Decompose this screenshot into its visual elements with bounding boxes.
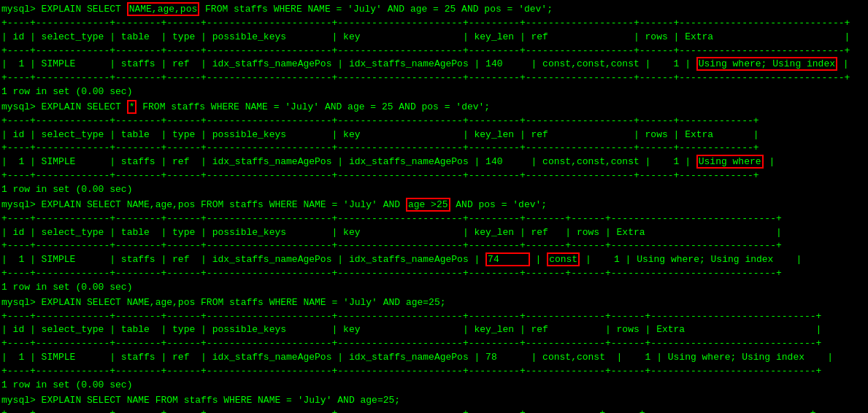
data-row-1: | 1 | SIMPLE | staffs | ref | idx_staffs…	[1, 58, 867, 72]
extra-highlight-1: Using where; Using index	[696, 57, 837, 71]
sep-top-1: +----+-------------+--------+------+----…	[1, 17, 867, 31]
query-block-2: mysql> EXPLAIN SELECT * FROM staffs WHER…	[1, 101, 867, 197]
query-block-3: mysql> EXPLAIN SELECT NAME,age,pos FROM …	[1, 198, 867, 295]
query-line-2: mysql> EXPLAIN SELECT * FROM staffs WHER…	[1, 101, 867, 115]
extra-highlight-2: Using where	[696, 155, 764, 169]
data-row-4: | 1 | SIMPLE | staffs | ref | idx_staffs…	[1, 351, 867, 365]
sep-bot-1: +----+-------------+--------+------+----…	[1, 72, 867, 85]
header-3: | id | select_type | table | type | poss…	[1, 226, 867, 240]
sep-bot-4: +----+-------------+--------+------+----…	[1, 365, 867, 379]
sep-mid-3: +----+-------------+--------+------+----…	[1, 239, 867, 253]
sep-bot-3: +----+-------------+--------+------+----…	[1, 267, 867, 281]
query-block-5: mysql> EXPLAIN SELECT NAME FROM staffs W…	[1, 394, 867, 413]
sep-mid-4: +----+-------------+--------+------+----…	[1, 337, 867, 351]
prompt-text-1: mysql> EXPLAIN SELECT	[1, 4, 127, 15]
data-row-2: | 1 | SIMPLE | staffs | ref | idx_staffs…	[1, 155, 867, 169]
header-1: | id | select_type | table | type | poss…	[1, 31, 867, 45]
sep-bot-2: +----+-------------+--------+------+----…	[1, 169, 867, 183]
highlight-ref-const: const	[547, 252, 580, 266]
query-block-4: mysql> EXPLAIN SELECT NAME,age,pos FROM …	[1, 296, 867, 393]
query-rest-3: AND pos = 'dev';	[450, 199, 548, 210]
prompt-text-3: mysql> EXPLAIN SELECT NAME,age,pos FROM …	[1, 199, 406, 210]
header-2: | id | select_type | table | type | poss…	[1, 128, 867, 142]
query-line-1: mysql> EXPLAIN SELECT NAME,age,pos FROM …	[1, 3, 867, 17]
sep-top-5: +----+-------------+--------+------+----…	[1, 407, 867, 413]
query-line-4: mysql> EXPLAIN SELECT NAME,age,pos FROM …	[1, 296, 867, 310]
result-1: 1 row in set (0.00 sec)	[1, 85, 867, 99]
result-2: 1 row in set (0.00 sec)	[1, 183, 867, 197]
sep-mid-2: +----+-------------+--------+------+----…	[1, 142, 867, 155]
highlight-star: *	[127, 100, 137, 114]
result-4: 1 row in set (0.00 sec)	[1, 379, 867, 393]
query-rest-2: FROM staffs WHERE NAME = 'July' AND age …	[137, 101, 490, 112]
query-line-5: mysql> EXPLAIN SELECT NAME FROM staffs W…	[1, 394, 867, 408]
query-block-1: mysql> EXPLAIN SELECT NAME,age,pos FROM …	[1, 3, 867, 99]
highlight-nameagepos: NAME,age,pos	[127, 2, 200, 16]
data-row-3: | 1 | SIMPLE | staffs | ref | idx_staffs…	[1, 253, 867, 267]
sep-top-2: +----+-------------+--------+------+----…	[1, 115, 867, 128]
prompt-text-2: mysql> EXPLAIN SELECT	[1, 101, 127, 112]
highlight-keylen-74: 74	[485, 252, 530, 266]
sep-top-4: +----+-------------+--------+------+----…	[1, 310, 867, 324]
result-3: 1 row in set (0.00 sec)	[1, 281, 867, 295]
query-rest-1: FROM staffs WHERE NAME = 'July' AND age …	[199, 4, 553, 15]
header-4: | id | select_type | table | type | poss…	[1, 323, 867, 337]
query-line-3: mysql> EXPLAIN SELECT NAME,age,pos FROM …	[1, 198, 867, 212]
highlight-age-gt: age >25	[406, 198, 450, 212]
terminal: mysql> EXPLAIN SELECT NAME,age,pos FROM …	[0, 0, 868, 413]
sep-mid-1: +----+-------------+--------+------+----…	[1, 45, 867, 58]
sep-top-3: +----+-------------+--------+------+----…	[1, 212, 867, 226]
